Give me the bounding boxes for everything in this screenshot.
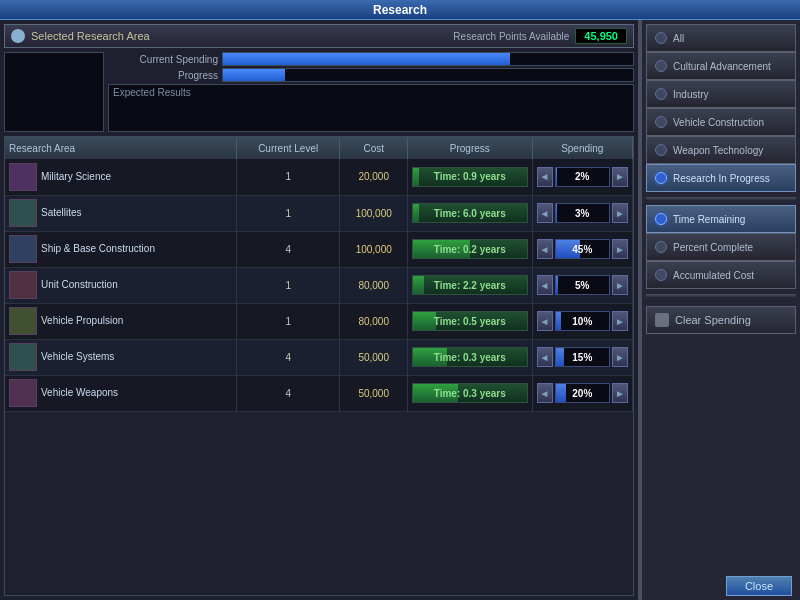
radio-industry bbox=[655, 88, 667, 100]
spend-decrease-button[interactable]: ◄ bbox=[537, 239, 553, 259]
row-level-cell: 4 bbox=[236, 375, 339, 411]
filter-label-cultural-advancement: Cultural Advancement bbox=[673, 61, 771, 72]
view-button-time-remaining[interactable]: Time Remaining bbox=[646, 205, 796, 233]
spending-control: ◄45%► bbox=[537, 239, 628, 259]
row-name-label: Vehicle Weapons bbox=[41, 387, 118, 398]
info-right: Current Spending Progress Expected Resul… bbox=[108, 52, 634, 132]
filter-button-industry[interactable]: Industry bbox=[646, 80, 796, 108]
row-name-cell: Satellites bbox=[5, 195, 236, 231]
spend-increase-button[interactable]: ► bbox=[612, 203, 628, 223]
radio-cultural-advancement bbox=[655, 60, 667, 72]
filter-button-weapon-technology[interactable]: Weapon Technology bbox=[646, 136, 796, 164]
spend-pct-label: 20% bbox=[572, 388, 592, 399]
spend-increase-button[interactable]: ► bbox=[612, 275, 628, 295]
row-cost-cell: 100,000 bbox=[340, 231, 408, 267]
row-cost-cell: 80,000 bbox=[340, 303, 408, 339]
filter-label-weapon-technology: Weapon Technology bbox=[673, 145, 763, 156]
expected-results-box: Expected Results bbox=[108, 84, 634, 132]
spend-bar: 3% bbox=[555, 203, 610, 223]
title-bar: Research bbox=[0, 0, 800, 20]
spend-bar: 45% bbox=[555, 239, 610, 259]
filter-buttons-group: AllCultural AdvancementIndustryVehicle C… bbox=[646, 24, 796, 192]
spend-bar: 20% bbox=[555, 383, 610, 403]
rp-available: Research Points Available 45,950 bbox=[453, 28, 627, 44]
current-spending-row: Current Spending bbox=[108, 52, 634, 66]
research-table-container[interactable]: Research Area Current Level Cost Progres… bbox=[4, 136, 634, 596]
main-container: Selected Research Area Research Points A… bbox=[0, 20, 800, 600]
view-radio-time-remaining bbox=[655, 213, 667, 225]
table-row[interactable]: Vehicle Systems450,000Time: 0.3 years◄15… bbox=[5, 339, 633, 375]
clear-spending-button[interactable]: Clear Spending bbox=[646, 306, 796, 334]
row-name-cell: Ship & Base Construction bbox=[5, 231, 236, 267]
row-progress-fill bbox=[413, 204, 419, 222]
spend-bar-fill bbox=[556, 312, 561, 330]
right-spacer bbox=[646, 337, 796, 596]
row-icon bbox=[9, 199, 37, 227]
progress-fill bbox=[223, 69, 285, 81]
row-progress-cell: Time: 0.2 years bbox=[408, 231, 533, 267]
row-spending-cell: ◄5%► bbox=[532, 267, 632, 303]
row-level-cell: 4 bbox=[236, 231, 339, 267]
progress-label: Progress bbox=[108, 70, 218, 81]
filter-label-vehicle-construction: Vehicle Construction bbox=[673, 117, 764, 128]
spend-decrease-button[interactable]: ◄ bbox=[537, 383, 553, 403]
spend-increase-button[interactable]: ► bbox=[612, 311, 628, 331]
row-progress-label: Time: 0.5 years bbox=[434, 316, 506, 327]
spend-pct-label: 5% bbox=[575, 280, 589, 291]
spend-decrease-button[interactable]: ◄ bbox=[537, 167, 553, 187]
spend-increase-button[interactable]: ► bbox=[612, 167, 628, 187]
row-name-label: Vehicle Propulsion bbox=[41, 315, 123, 326]
row-progress-label: Time: 0.3 years bbox=[434, 352, 506, 363]
spend-pct-label: 15% bbox=[572, 352, 592, 363]
spend-pct-label: 3% bbox=[575, 208, 589, 219]
row-cost-cell: 50,000 bbox=[340, 339, 408, 375]
filter-button-research-in-progress[interactable]: Research In Progress bbox=[646, 164, 796, 192]
col-research-area: Research Area bbox=[5, 137, 236, 159]
table-row[interactable]: Vehicle Weapons450,000Time: 0.3 years◄20… bbox=[5, 375, 633, 411]
spend-bar: 15% bbox=[555, 347, 610, 367]
clear-icon bbox=[655, 313, 669, 327]
row-cost-cell: 20,000 bbox=[340, 159, 408, 195]
col-cost: Cost bbox=[340, 137, 408, 159]
table-row[interactable]: Vehicle Propulsion180,000Time: 0.5 years… bbox=[5, 303, 633, 339]
view-button-percent-complete[interactable]: Percent Complete bbox=[646, 233, 796, 261]
row-cost-cell: 80,000 bbox=[340, 267, 408, 303]
row-progress-fill bbox=[413, 168, 419, 186]
table-row[interactable]: Unit Construction180,000Time: 2.2 years◄… bbox=[5, 267, 633, 303]
spend-decrease-button[interactable]: ◄ bbox=[537, 311, 553, 331]
row-progress-cell: Time: 0.3 years bbox=[408, 375, 533, 411]
row-spending-cell: ◄45%► bbox=[532, 231, 632, 267]
table-row[interactable]: Military Science120,000Time: 0.9 years◄2… bbox=[5, 159, 633, 195]
spend-decrease-button[interactable]: ◄ bbox=[537, 275, 553, 295]
spend-increase-button[interactable]: ► bbox=[612, 239, 628, 259]
close-button[interactable]: Close bbox=[726, 576, 792, 596]
clear-label: Clear Spending bbox=[675, 314, 751, 326]
spending-control: ◄5%► bbox=[537, 275, 628, 295]
table-row[interactable]: Satellites1100,000Time: 6.0 years◄3%► bbox=[5, 195, 633, 231]
spend-decrease-button[interactable]: ◄ bbox=[537, 347, 553, 367]
spending-control: ◄2%► bbox=[537, 167, 628, 187]
spend-pct-label: 2% bbox=[575, 171, 589, 182]
separator-2 bbox=[646, 294, 796, 297]
rp-value: 45,950 bbox=[575, 28, 627, 44]
spend-bar: 2% bbox=[555, 167, 610, 187]
filter-button-all[interactable]: All bbox=[646, 24, 796, 52]
rp-label: Research Points Available bbox=[453, 31, 569, 42]
current-spending-fill bbox=[223, 53, 510, 65]
spend-bar-fill bbox=[556, 204, 558, 222]
row-icon bbox=[9, 271, 37, 299]
table-row[interactable]: Ship & Base Construction4100,000Time: 0.… bbox=[5, 231, 633, 267]
filter-button-cultural-advancement[interactable]: Cultural Advancement bbox=[646, 52, 796, 80]
row-progress-bar: Time: 0.3 years bbox=[412, 383, 528, 403]
spend-increase-button[interactable]: ► bbox=[612, 383, 628, 403]
row-cost-cell: 50,000 bbox=[340, 375, 408, 411]
research-image bbox=[4, 52, 104, 132]
spend-increase-button[interactable]: ► bbox=[612, 347, 628, 367]
spend-decrease-button[interactable]: ◄ bbox=[537, 203, 553, 223]
row-progress-label: Time: 6.0 years bbox=[434, 208, 506, 219]
filter-button-vehicle-construction[interactable]: Vehicle Construction bbox=[646, 108, 796, 136]
row-progress-label: Time: 2.2 years bbox=[434, 280, 506, 291]
spend-bar-fill bbox=[556, 276, 559, 294]
row-level-cell: 1 bbox=[236, 195, 339, 231]
view-button-accumulated-cost[interactable]: Accumulated Cost bbox=[646, 261, 796, 289]
